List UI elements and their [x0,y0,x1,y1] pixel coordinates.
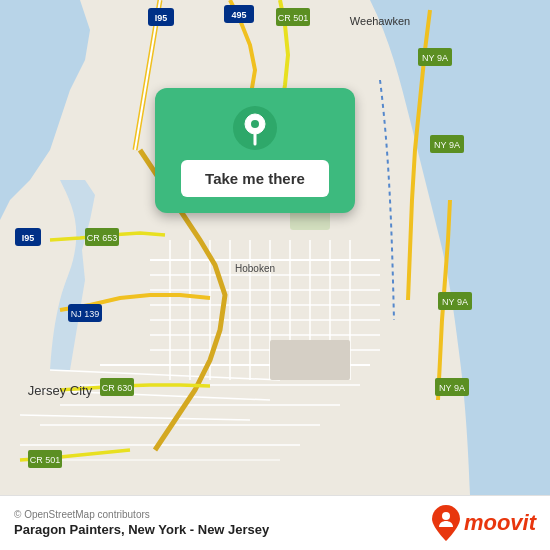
bottom-left-section: © OpenStreetMap contributors Paragon Pai… [14,509,269,537]
svg-text:NJ 139: NJ 139 [71,309,100,319]
location-pin-icon [233,106,277,150]
svg-text:NY 9A: NY 9A [442,297,468,307]
moovit-logo: moovit [432,505,536,541]
svg-text:I95: I95 [22,233,35,243]
svg-rect-54 [270,340,350,380]
svg-text:CR 501: CR 501 [30,455,61,465]
svg-text:NY 9A: NY 9A [422,53,448,63]
bottom-bar: © OpenStreetMap contributors Paragon Pai… [0,495,550,550]
svg-point-59 [251,120,259,128]
svg-text:CR 653: CR 653 [87,233,118,243]
svg-text:CR 630: CR 630 [102,383,133,393]
svg-point-60 [442,512,450,520]
svg-text:CR 501: CR 501 [278,13,309,23]
svg-text:NY 9A: NY 9A [439,383,465,393]
take-me-there-button[interactable]: Take me there [181,160,329,197]
popup-card: Take me there [155,88,355,213]
svg-text:495: 495 [231,10,246,20]
svg-text:Hoboken: Hoboken [235,263,275,274]
svg-text:Jersey City: Jersey City [28,383,93,398]
location-label: Paragon Painters, New York - New Jersey [14,522,269,537]
moovit-pin-icon [432,505,460,541]
svg-text:I95: I95 [155,13,168,23]
map-attribution: © OpenStreetMap contributors [14,509,269,520]
moovit-text-logo: moovit [464,510,536,536]
svg-text:NY 9A: NY 9A [434,140,460,150]
map-container: I95 495 CR 501 CR 653 NJ 139 NY 9A NY 9A… [0,0,550,495]
map-svg: I95 495 CR 501 CR 653 NJ 139 NY 9A NY 9A… [0,0,550,495]
svg-text:Weehawken: Weehawken [350,15,410,27]
